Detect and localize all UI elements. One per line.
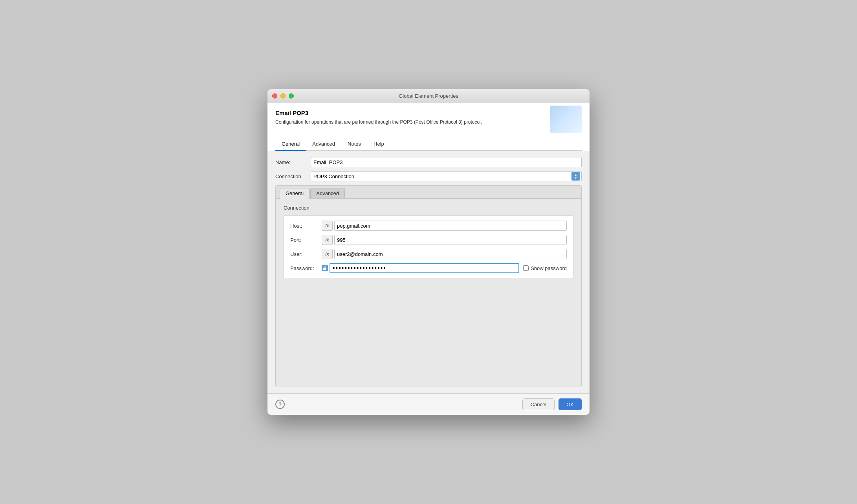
connection-select[interactable]: POP3 Connection: [311, 171, 582, 181]
ok-button[interactable]: OK: [559, 398, 582, 410]
element-description: Configuration for operations that are pe…: [275, 119, 519, 126]
header-icon: [550, 106, 582, 133]
fx-icon: fx: [325, 237, 329, 243]
inner-tabs-container: General Advanced Connection Host: fx: [275, 185, 582, 387]
main-window: Global Element Properties Email POP3 Con…: [267, 89, 590, 415]
title-bar: Global Element Properties: [267, 89, 590, 103]
port-row: Port: fx: [290, 235, 567, 245]
window-content: Email POP3 Configuration for operations …: [267, 103, 590, 151]
connection-fields: Host: fx Port: fx: [284, 215, 573, 278]
port-label: Port:: [290, 237, 322, 243]
fx-icon: fx: [325, 223, 329, 228]
window-title: Global Element Properties: [399, 93, 458, 99]
maximize-button[interactable]: [289, 93, 294, 99]
header-text: Email POP3 Configuration for operations …: [275, 110, 550, 126]
top-tabs: General Advanced Notes Help: [275, 138, 582, 151]
user-label: User:: [290, 251, 322, 257]
tab-general-top[interactable]: General: [275, 138, 306, 151]
name-row: Name:: [275, 157, 582, 167]
tab-advanced-top[interactable]: Advanced: [306, 138, 341, 151]
show-password-wrapper: Show password: [523, 265, 567, 271]
tab-advanced-inner[interactable]: Advanced: [310, 188, 345, 198]
password-fx-icon: [322, 265, 328, 271]
host-row: Host: fx: [290, 221, 567, 231]
cancel-button[interactable]: Cancel: [522, 398, 555, 410]
minimize-button[interactable]: [280, 93, 286, 99]
tab-general-inner[interactable]: General: [280, 188, 309, 199]
inner-tabs: General Advanced: [276, 186, 581, 199]
tab-help-top[interactable]: Help: [367, 138, 390, 151]
footer-buttons: Cancel OK: [522, 398, 582, 410]
user-row: User: fx: [290, 249, 567, 259]
help-icon[interactable]: ?: [275, 400, 285, 409]
show-password-label[interactable]: Show password: [531, 265, 567, 271]
show-password-checkbox[interactable]: [523, 265, 529, 271]
inner-body-space: [284, 278, 573, 380]
header-section: Email POP3 Configuration for operations …: [275, 110, 582, 133]
host-input[interactable]: [334, 221, 567, 231]
host-label: Host:: [290, 223, 322, 229]
svg-rect-0: [323, 268, 326, 270]
password-row: Password: Show password: [290, 263, 567, 273]
tab-notes-top[interactable]: Notes: [341, 138, 367, 151]
user-input[interactable]: [334, 249, 567, 259]
main-content: Name: Connection POP3 Connection General…: [267, 151, 590, 393]
connection-row: Connection POP3 Connection: [275, 171, 582, 181]
password-label: Password:: [290, 265, 322, 271]
close-button[interactable]: [272, 93, 277, 99]
name-input[interactable]: [311, 157, 582, 167]
inner-content: Connection Host: fx Port: fx: [276, 199, 581, 387]
footer: ? Cancel OK: [267, 393, 590, 415]
fx-icon: fx: [325, 251, 329, 257]
name-label: Name:: [275, 159, 311, 165]
user-fx-button[interactable]: fx: [322, 249, 333, 259]
port-fx-button[interactable]: fx: [322, 235, 333, 245]
window-controls: [272, 93, 294, 99]
connection-section-label: Connection: [284, 205, 573, 211]
connection-label: Connection: [275, 173, 311, 179]
host-fx-button[interactable]: fx: [322, 221, 333, 231]
element-title: Email POP3: [275, 110, 550, 116]
connection-select-wrapper: POP3 Connection: [311, 171, 582, 181]
password-input[interactable]: [330, 263, 519, 273]
help-symbol: ?: [278, 401, 282, 407]
port-input[interactable]: [334, 235, 567, 245]
